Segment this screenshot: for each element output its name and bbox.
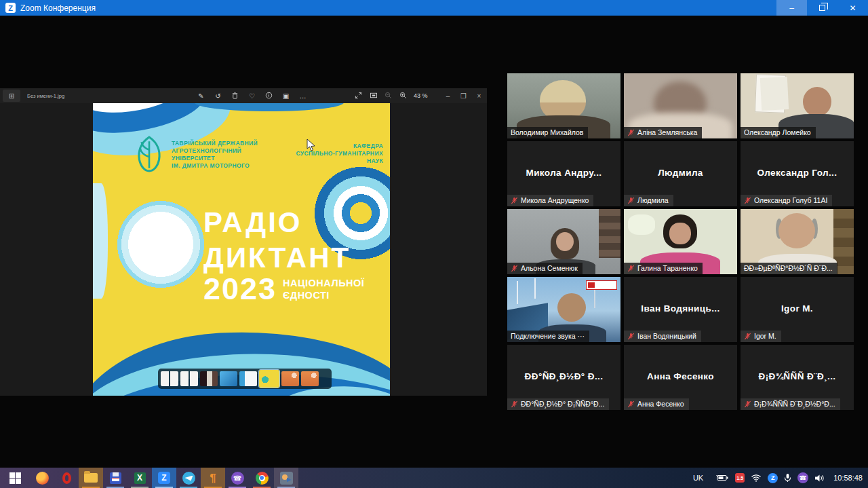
participant-tile[interactable]: Іван Водяниць... Іван Водяницький	[624, 277, 737, 342]
photos-minimize-button[interactable]: –	[440, 88, 456, 103]
participant-name-label: Олександр Ломейко	[741, 127, 816, 138]
zoom-tray-icon[interactable]: Z	[768, 473, 778, 483]
opera-icon	[62, 472, 71, 484]
participant-tile[interactable]: Микола Андру... Микола Андрущенко	[507, 141, 620, 206]
participant-display-name: Іван Водяниць...	[624, 303, 737, 314]
language-indicator[interactable]: UK	[693, 474, 703, 482]
participant-tile[interactable]: ÐÐ»ÐµÐºÑÐ°Ð½Ð´Ñ Ð¨Ð...	[741, 209, 854, 274]
decor	[669, 223, 691, 244]
taskbar-telegram[interactable]	[176, 468, 201, 488]
photos-toolbar: ⊞ Без имени-1.jpg ✎ ↺ ♡ ▣ …	[0, 88, 487, 103]
photos-restore-button[interactable]: ❒	[456, 88, 471, 103]
notification-badge-icon[interactable]: 1.5	[735, 473, 745, 483]
poster-year: 2023	[203, 271, 277, 307]
taskbar-excel[interactable]: X	[127, 468, 152, 488]
battery-icon[interactable]	[716, 474, 729, 482]
participant-tile[interactable]: Олександр Гол... Олександр Голуб 11АІ	[741, 141, 854, 206]
participant-tile[interactable]: Володимир Михайлов	[507, 73, 620, 138]
participant-tile[interactable]: Галина Тараненко	[624, 209, 737, 274]
muted-mic-icon	[627, 265, 635, 272]
participant-tile[interactable]: Аліна Землянська	[624, 73, 737, 138]
participant-tile[interactable]: ÐÐ°ÑÐ¸Ð½Ð° Ð... ÐÐ°ÑÐ¸Ð½Ð° Ð¡ÑÑÐ°Ð...	[507, 345, 620, 410]
taskbar-file-explorer[interactable]	[79, 468, 103, 488]
start-button[interactable]	[0, 468, 30, 488]
fullscreen-icon[interactable]	[354, 90, 363, 102]
zoom-out-icon[interactable]	[384, 90, 393, 102]
minimize-button[interactable]: –	[776, 0, 807, 16]
participant-display-name: ÐÐ°ÑÐ¸Ð½Ð° Ð...	[507, 371, 620, 381]
participant-display-name: Микола Андру...	[507, 168, 620, 178]
floppy-disk-icon	[110, 472, 121, 484]
info-icon[interactable]	[264, 92, 273, 100]
thumbnail-current[interactable]	[259, 370, 279, 388]
participant-tile[interactable]: Подключение звука ···	[507, 277, 620, 342]
rotate-icon[interactable]: ↺	[214, 92, 222, 100]
participant-display-name: Олександр Гол...	[741, 168, 854, 178]
thumbnail-doc[interactable]	[180, 371, 198, 386]
thumbnail-portrait[interactable]	[200, 371, 218, 386]
taskbar-word-processor[interactable]: ¶	[201, 468, 225, 488]
participant-tile[interactable]: Альона Семенюк	[507, 209, 620, 274]
participant-grid: Володимир Михайлов Аліна Землянська Олек…	[507, 73, 854, 410]
delete-icon[interactable]	[231, 92, 239, 100]
poster-title: РАДІО ДИКТАНТ	[203, 205, 351, 276]
zoom-logo-icon: Z	[5, 3, 16, 13]
participant-name-label: ÐÐ»ÐµÐºÑÐ°Ð½Ð´Ñ Ð¨Ð...	[741, 263, 837, 274]
participant-tile[interactable]: Анна Фесенко Анна Фесенко	[624, 345, 737, 410]
connecting-audio-label: Подключение звука ···	[507, 331, 589, 342]
decor	[534, 278, 536, 299]
taskbar-zoom[interactable]: Z	[152, 468, 176, 488]
decor	[556, 232, 574, 251]
participant-name-label: Галина Тараненко	[624, 263, 703, 274]
wifi-icon[interactable]	[751, 474, 762, 482]
slide-filmstrip[interactable]	[158, 369, 332, 389]
participant-name-label: ÐÐ°ÑÐ¸Ð½Ð° Ð¡ÑÑÐ°Ð...	[507, 398, 609, 410]
thumbnail-orange[interactable]	[301, 371, 319, 386]
zoom-icon: Z	[158, 472, 170, 484]
thumbnail-blue[interactable]	[220, 371, 237, 386]
thumbnail-white-blue[interactable]	[239, 371, 257, 386]
participant-tile[interactable]: Ð¡Ð¾ÑÑÑ Ð¨Ð¸... Ð¡Ð¾ÑÑÑ Ð¨Ð¸Ð½Ð°Ð...	[741, 345, 854, 410]
participant-name-label: Микола Андрущенко	[507, 195, 593, 206]
excel-icon: X	[134, 472, 146, 484]
decor	[557, 293, 586, 322]
participant-tile-active-speaker[interactable]: Олександр Ломейко	[741, 73, 854, 138]
clock[interactable]: 10:58:48	[833, 474, 863, 482]
decor	[760, 77, 789, 111]
taskbar-media-app[interactable]	[274, 468, 298, 488]
decor	[778, 213, 815, 248]
photo-filename: Без имени-1.jpg	[27, 93, 64, 99]
restore-button[interactable]	[807, 0, 837, 16]
participant-tile[interactable]: Людмила Людмила	[624, 141, 737, 206]
more-icon[interactable]: …	[298, 92, 307, 100]
participant-name-label: Людмила	[624, 195, 673, 206]
slideshow-icon[interactable]: ▣	[281, 92, 290, 100]
see-all-photos-icon[interactable]: ⊞	[3, 90, 20, 102]
speaker-icon[interactable]	[814, 474, 825, 483]
fit-to-window-icon[interactable]	[369, 90, 378, 102]
poster-subtitle: НАЦІОНАЛЬНОЇ ЄДНОСТІ	[283, 277, 364, 301]
taskbar-firefox[interactable]	[30, 468, 54, 488]
muted-mic-icon	[627, 400, 635, 408]
photos-close-button[interactable]: ×	[471, 88, 487, 103]
muted-mic-icon	[744, 197, 751, 204]
close-button[interactable]: ✕	[837, 0, 868, 16]
edit-icon[interactable]: ✎	[197, 92, 205, 100]
microphone-icon[interactable]	[784, 473, 791, 483]
favorite-icon[interactable]: ♡	[248, 92, 256, 100]
taskbar-chrome[interactable]	[250, 468, 274, 488]
window-title: Zoom Конференция	[20, 3, 96, 13]
shared-screen-photos-app: ⊞ Без имени-1.jpg ✎ ↺ ♡ ▣ …	[0, 88, 487, 396]
thumbnail-orange[interactable]	[281, 371, 299, 386]
taskbar-opera[interactable]	[54, 468, 79, 488]
muted-mic-icon	[744, 333, 751, 340]
participant-display-name: Людмила	[624, 168, 737, 178]
taskbar-floppy-app[interactable]	[103, 468, 127, 488]
thumbnail-doc[interactable]	[161, 371, 178, 386]
zoom-in-icon[interactable]	[399, 90, 408, 102]
muted-mic-icon	[627, 333, 635, 340]
viber-tray-icon[interactable]: ☎	[797, 472, 808, 483]
taskbar-viber[interactable]: ☎	[225, 468, 250, 488]
participant-tile[interactable]: Igor M. Igor M.	[741, 277, 854, 342]
media-app-icon	[280, 472, 293, 485]
